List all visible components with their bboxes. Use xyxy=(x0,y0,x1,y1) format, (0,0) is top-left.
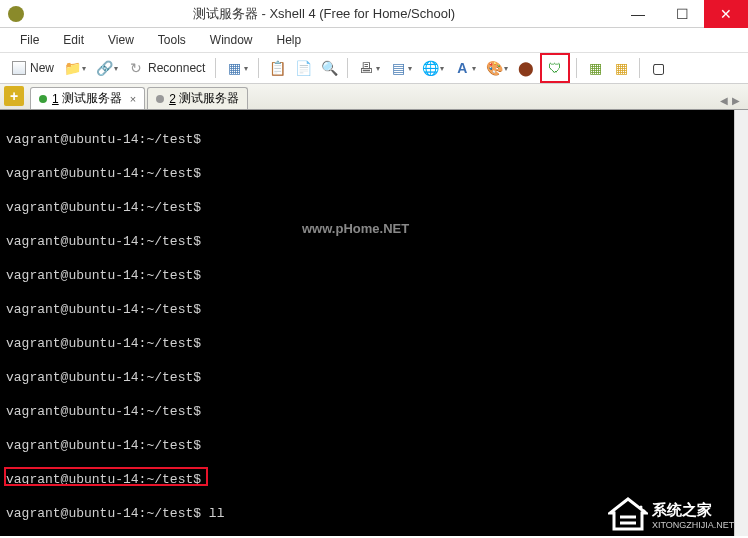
menu-file[interactable]: File xyxy=(10,30,49,50)
dropdown-icon: ▾ xyxy=(504,64,508,73)
tab-scroll-right[interactable]: ▶ xyxy=(732,95,740,106)
font-button[interactable]: A ▾ xyxy=(450,56,480,80)
terminal-line: vagrant@ubuntu-14:~/test$ xyxy=(6,132,201,147)
fullscreen-icon: ▢ xyxy=(650,60,666,76)
window-title: 测试服务器 - Xshell 4 (Free for Home/School) xyxy=(32,5,616,23)
tile-h-button[interactable]: ▦ xyxy=(583,56,607,80)
font-icon: A xyxy=(454,60,470,76)
menu-help[interactable]: Help xyxy=(267,30,312,50)
print-button[interactable]: 🖶 ▾ xyxy=(354,56,384,80)
terminal-line: vagrant@ubuntu-14:~/test$ xyxy=(6,336,201,351)
app-icon xyxy=(8,6,24,22)
terminal-line: vagrant@ubuntu-14:~/test$ xyxy=(6,404,201,419)
folder-icon: 📁 xyxy=(64,60,80,76)
copy-icon: 📋 xyxy=(269,60,285,76)
dropdown-icon: ▾ xyxy=(408,64,412,73)
tab-session-2[interactable]: 2 测试服务器 xyxy=(147,87,248,109)
tab-close-icon[interactable]: × xyxy=(130,93,136,105)
maximize-button[interactable]: ☐ xyxy=(660,0,704,28)
menu-tools[interactable]: Tools xyxy=(148,30,196,50)
tile-h-icon: ▦ xyxy=(587,60,603,76)
properties-icon: ▦ xyxy=(226,60,242,76)
link-icon: 🔗 xyxy=(96,60,112,76)
menu-bar: File Edit View Tools Window Help xyxy=(0,28,748,52)
terminal-pane[interactable]: vagrant@ubuntu-14:~/test$ vagrant@ubuntu… xyxy=(0,110,748,536)
minimize-button[interactable]: — xyxy=(616,0,660,28)
status-dot-icon xyxy=(156,95,164,103)
tab-number: 2 xyxy=(169,92,176,106)
separator xyxy=(215,58,216,78)
menu-view[interactable]: View xyxy=(98,30,144,50)
tab-scroll-left[interactable]: ◀ xyxy=(720,95,728,106)
tile-v-icon: ▦ xyxy=(613,60,629,76)
fullscreen-button[interactable]: ▢ xyxy=(646,56,670,80)
print-icon: 🖶 xyxy=(358,60,374,76)
terminal-line: vagrant@ubuntu-14:~/test$ xyxy=(6,268,201,283)
tab-number: 1 xyxy=(52,92,59,106)
open-button[interactable]: 📁 ▾ xyxy=(60,56,90,80)
close-button[interactable]: ✕ xyxy=(704,0,748,28)
globe-icon: 🌐 xyxy=(422,60,438,76)
separator xyxy=(258,58,259,78)
dropdown-icon: ▾ xyxy=(376,64,380,73)
dropdown-icon: ▾ xyxy=(114,64,118,73)
menu-window[interactable]: Window xyxy=(200,30,263,50)
palette-icon: 🎨 xyxy=(486,60,502,76)
properties-button[interactable]: ▦ ▾ xyxy=(222,56,252,80)
find-icon: 🔍 xyxy=(321,60,337,76)
terminal-line: vagrant@ubuntu-14:~/test$ xyxy=(6,370,201,385)
separator xyxy=(576,58,577,78)
watermark: www.pHome.NET xyxy=(302,220,409,237)
reconnect-icon: ↻ xyxy=(128,60,144,76)
reconnect-button[interactable]: ↻ Reconnect xyxy=(124,56,209,80)
window-controls: — ☐ ✕ xyxy=(616,0,748,28)
find-button[interactable]: 🔍 xyxy=(317,56,341,80)
dropdown-icon: ▾ xyxy=(82,64,86,73)
xftp-highlight: 🛡 xyxy=(540,53,570,83)
separator xyxy=(347,58,348,78)
tab-bar: + 1 测试服务器 × 2 测试服务器 ◀ ▶ xyxy=(0,84,748,110)
terminal-line: vagrant@ubuntu-14:~/test$ xyxy=(6,200,201,215)
terminal-line: vagrant@ubuntu-14:~/test$ xyxy=(6,234,201,249)
xftp-button[interactable]: 🛡 xyxy=(543,56,567,80)
dropdown-icon: ▾ xyxy=(244,64,248,73)
new-label: New xyxy=(30,61,54,75)
terminal-line: vagrant@ubuntu-14:~/test$ xyxy=(6,472,201,487)
dropdown-icon: ▾ xyxy=(440,64,444,73)
separator xyxy=(639,58,640,78)
tab-label: 测试服务器 xyxy=(62,90,122,107)
encoding-button[interactable]: 🌐 ▾ xyxy=(418,56,448,80)
paste-icon: 📄 xyxy=(295,60,311,76)
xftp-icon: 🛡 xyxy=(547,60,563,76)
ascii-button[interactable]: ▤ ▾ xyxy=(386,56,416,80)
tab-scroll: ◀ ▶ xyxy=(720,95,744,109)
dropdown-icon: ▾ xyxy=(472,64,476,73)
script-button[interactable]: ⬤ xyxy=(514,56,538,80)
terminal-line: vagrant@ubuntu-14:~/test$ ll xyxy=(6,506,224,521)
ascii-icon: ▤ xyxy=(390,60,406,76)
reconnect-label: Reconnect xyxy=(148,61,205,75)
paste-button[interactable]: 📄 xyxy=(291,56,315,80)
copy-button[interactable]: 📋 xyxy=(265,56,289,80)
color-scheme-button[interactable]: 🎨 ▾ xyxy=(482,56,512,80)
status-dot-icon xyxy=(39,95,47,103)
terminal-line: vagrant@ubuntu-14:~/test$ xyxy=(6,438,201,453)
vertical-scrollbar[interactable] xyxy=(734,110,748,536)
toolbar: New 📁 ▾ 🔗 ▾ ↻ Reconnect ▦ ▾ 📋 📄 🔍 🖶 ▾ ▤ … xyxy=(0,52,748,84)
new-session-button[interactable]: New xyxy=(8,56,58,80)
disconnect-button[interactable]: 🔗 ▾ xyxy=(92,56,122,80)
new-icon xyxy=(12,61,26,75)
script-icon: ⬤ xyxy=(518,60,534,76)
menu-edit[interactable]: Edit xyxy=(53,30,94,50)
terminal-line: vagrant@ubuntu-14:~/test$ xyxy=(6,302,201,317)
tile-v-button[interactable]: ▦ xyxy=(609,56,633,80)
terminal-line: vagrant@ubuntu-14:~/test$ xyxy=(6,166,201,181)
add-tab-button[interactable]: + xyxy=(4,86,24,106)
tab-label: 测试服务器 xyxy=(179,90,239,107)
tab-session-1[interactable]: 1 测试服务器 × xyxy=(30,87,145,109)
titlebar: 测试服务器 - Xshell 4 (Free for Home/School) … xyxy=(0,0,748,28)
